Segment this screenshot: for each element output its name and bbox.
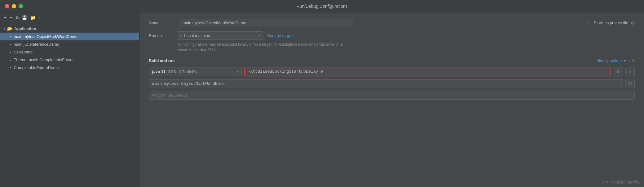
vm-options-expand-icon[interactable]: ⤢: [625, 67, 635, 76]
sdk-vm-row: java 11 SDK of 'NettyPr... ▾ ⧉ ⤢: [149, 67, 635, 76]
maximize-button[interactable]: [19, 4, 23, 8]
run-on-right: ⌂ Local machine ▾ Manage targets... Run …: [177, 31, 350, 53]
sidebar-item-label: SaleDemo: [14, 50, 33, 54]
run-on-label: Run on:: [149, 31, 177, 38]
name-row: Name:: [149, 19, 578, 27]
dropdown-caret-icon: ▾: [258, 34, 260, 37]
modify-options-shortcut: ⌥M: [627, 59, 635, 63]
add-icon[interactable]: +: [4, 15, 7, 21]
main-class-copy-icon[interactable]: ⧉: [625, 79, 635, 88]
store-project-group: Store as project file ⚙: [587, 21, 635, 25]
name-label: Name:: [149, 21, 177, 25]
copy-icon[interactable]: ⧉: [16, 15, 19, 21]
sidebar-group-application[interactable]: ▾ 📂 Application: [0, 25, 139, 33]
name-store-row: Name: Store as project file ⚙: [149, 19, 635, 27]
sidebar-item-objectmarkworddemo[interactable]: ▪ main.mytest.ObjectMarkWordDemo: [0, 33, 139, 40]
store-project-checkbox[interactable]: [587, 21, 591, 25]
run-on-row: Run on: ⌂ Local machine ▾ Manage targets…: [149, 31, 635, 53]
config-icon: ▪: [10, 50, 11, 54]
minimize-button[interactable]: [12, 4, 16, 8]
sidebar-item-referencedemo[interactable]: ▪ main.juc.ReferenceDemo: [0, 40, 139, 48]
build-run-section-header: Build and run Modify options ▾ ⌥M: [149, 58, 635, 63]
modify-options-button[interactable]: Modify options ▾ ⌥M: [597, 58, 635, 63]
save-icon[interactable]: 💾: [22, 15, 27, 20]
build-run-title: Build and run: [149, 58, 175, 63]
modify-options-label: Modify options: [597, 58, 623, 63]
house-icon: ⌂: [180, 34, 182, 38]
sdk-version-label: java 11: [152, 69, 165, 74]
group-label: Application: [14, 26, 36, 31]
sidebar-section-application: ▾ 📂 Application ▪ main.mytest.ObjectMark…: [0, 23, 139, 73]
window-controls: [5, 4, 23, 8]
application-folder-icon: 📂: [7, 26, 12, 31]
folder-icon[interactable]: 📁: [30, 15, 36, 20]
manage-targets-link[interactable]: Manage targets...: [267, 33, 298, 38]
right-panel: Name: Store as project file ⚙ Run on: ⌂ …: [139, 12, 644, 187]
window-title: Run/Debug Configurations: [297, 4, 348, 9]
store-gear-icon[interactable]: ⚙: [631, 21, 635, 25]
sidebar-item-threadlocal[interactable]: ▪ ThreadLocalInCompletableFuture: [0, 56, 139, 64]
program-args-row: [149, 91, 635, 100]
sidebar-item-label: main.mytest.ObjectMarkWordDemo: [14, 34, 77, 39]
dropdown-icon: ▾: [624, 58, 626, 63]
run-hint-text: Run configurations may be executed local…: [177, 42, 350, 53]
group-arrow-icon: ▾: [4, 27, 5, 30]
title-bar: Run/Debug Configurations: [0, 0, 644, 12]
local-machine-dropdown[interactable]: ⌂ Local machine ▾: [177, 31, 263, 40]
sidebar-item-saledemo[interactable]: ▪ SaleDemo: [0, 48, 139, 56]
remove-icon[interactable]: −: [10, 15, 12, 21]
sidebar-item-label: ThreadLocalInCompletableFuture: [14, 57, 74, 62]
close-button[interactable]: [5, 4, 9, 8]
sidebar-item-completablefuture[interactable]: ▪ CompletableFutureDemo: [0, 64, 139, 71]
main-class-row: ⧉: [149, 79, 635, 88]
config-icon: ▪: [10, 66, 11, 70]
sidebar-item-label: CompletableFutureDemo: [14, 65, 59, 70]
sort-icon[interactable]: ↕: [39, 15, 41, 20]
config-icon: ▪: [10, 42, 11, 47]
main-container: + − ⧉ 💾 📁 ↕ ▾ 📂 Application ▪ main.mytes…: [0, 12, 644, 187]
program-args-input[interactable]: [149, 91, 635, 100]
main-class-input[interactable]: [149, 79, 623, 88]
watermark: CSDN @魔道不误欧柴功: [602, 180, 640, 185]
sidebar: + − ⧉ 💾 📁 ↕ ▾ 📂 Application ▪ main.mytes…: [0, 12, 139, 187]
vm-options-copy-icon[interactable]: ⧉: [614, 67, 623, 76]
sdk-dropdown[interactable]: java 11 SDK of 'NettyPr... ▾: [149, 67, 242, 76]
sidebar-item-label: main.juc.ReferenceDemo: [14, 42, 59, 47]
sdk-dropdown-caret-icon: ▾: [237, 70, 238, 73]
config-icon: ▪: [10, 58, 11, 62]
run-on-dropdown-row: ⌂ Local machine ▾ Manage targets...: [177, 31, 350, 40]
config-icon: ▪: [10, 34, 11, 39]
name-input[interactable]: [180, 19, 353, 27]
local-machine-label: Local machine: [184, 33, 210, 38]
vm-options-input[interactable]: [244, 67, 611, 76]
sdk-detail-label: SDK of 'NettyPr...: [168, 69, 199, 74]
sidebar-toolbar: + − ⧉ 💾 📁 ↕: [0, 12, 139, 23]
store-project-label: Store as project file: [594, 21, 628, 25]
